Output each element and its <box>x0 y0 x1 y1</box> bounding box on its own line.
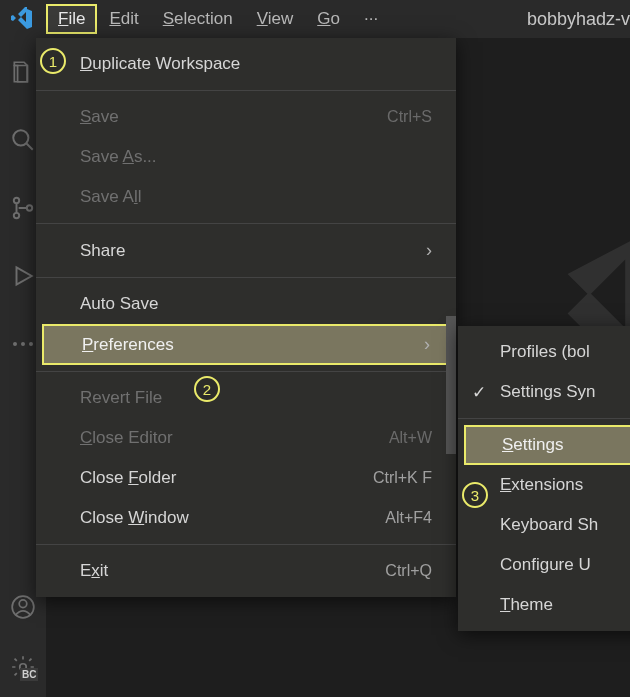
menu-file[interactable]: File <box>46 4 97 34</box>
menu-item-auto-save[interactable]: Auto Save <box>36 284 456 324</box>
submenu-item-profiles[interactable]: Profiles (bol <box>458 332 630 372</box>
menu-item-close-folder[interactable]: Close Folder Ctrl+K F <box>36 458 456 498</box>
badge-bc: BC <box>20 668 38 681</box>
menubar: File Edit Selection View Go ··· bobbyhad… <box>0 0 630 38</box>
menu-item-duplicate-workspace[interactable]: Duplicate Workspace <box>36 44 456 84</box>
svg-point-8 <box>19 600 27 608</box>
explorer-icon[interactable] <box>9 58 37 86</box>
check-icon: ✓ <box>472 382 486 403</box>
svg-point-2 <box>14 213 19 218</box>
menu-item-close-editor[interactable]: Close Editor Alt+W <box>36 418 456 458</box>
menu-item-save[interactable]: Save Ctrl+S <box>36 97 456 137</box>
submenu-item-keyboard-shortcuts[interactable]: Keyboard Sh <box>458 505 630 545</box>
menu-separator <box>36 277 456 278</box>
svg-point-0 <box>13 130 28 145</box>
run-debug-icon[interactable] <box>9 262 37 290</box>
preferences-submenu: Profiles (bol ✓ Settings Syn Settings Ex… <box>458 326 630 631</box>
menu-view[interactable]: View <box>245 4 306 34</box>
submenu-item-settings-sync[interactable]: ✓ Settings Syn <box>458 372 630 412</box>
menu-item-revert-file[interactable]: Revert File <box>36 378 456 418</box>
menu-item-exit[interactable]: Exit Ctrl+Q <box>36 551 456 591</box>
menu-separator <box>36 544 456 545</box>
search-icon[interactable] <box>9 126 37 154</box>
menu-item-save-all[interactable]: Save All <box>36 177 456 217</box>
menu-selection[interactable]: Selection <box>151 4 245 34</box>
menu-separator <box>36 90 456 91</box>
annotation-3: 3 <box>462 482 488 508</box>
svg-point-1 <box>14 198 19 203</box>
submenu-item-configure[interactable]: Configure U <box>458 545 630 585</box>
menu-go[interactable]: Go <box>305 4 352 34</box>
menu-separator <box>36 223 456 224</box>
menu-separator <box>458 418 630 419</box>
menu-overflow[interactable]: ··· <box>352 4 390 34</box>
svg-point-5 <box>21 342 25 346</box>
annotation-2: 2 <box>194 376 220 402</box>
account-icon[interactable] <box>9 593 37 621</box>
window-title: bobbyhadz-v <box>527 0 630 38</box>
svg-point-4 <box>13 342 17 346</box>
chevron-right-icon: › <box>424 334 430 355</box>
submenu-item-settings[interactable]: Settings <box>464 425 630 465</box>
file-menu: Duplicate Workspace Save Ctrl+S Save As.… <box>36 38 456 597</box>
menu-item-share[interactable]: Share › <box>36 230 456 271</box>
vscode-logo-icon <box>10 7 34 31</box>
menu-separator <box>36 371 456 372</box>
menu-edit[interactable]: Edit <box>97 4 150 34</box>
svg-point-6 <box>29 342 33 346</box>
menu-scrollbar[interactable] <box>446 316 456 454</box>
source-control-icon[interactable] <box>9 194 37 222</box>
menu-item-save-as[interactable]: Save As... <box>36 137 456 177</box>
annotation-1: 1 <box>40 48 66 74</box>
menu-item-preferences[interactable]: Preferences › <box>42 324 450 365</box>
chevron-right-icon: › <box>426 240 432 261</box>
more-icon[interactable] <box>9 330 37 358</box>
menu-item-close-window[interactable]: Close Window Alt+F4 <box>36 498 456 538</box>
svg-point-3 <box>27 205 32 210</box>
submenu-item-theme[interactable]: Theme <box>458 585 630 625</box>
